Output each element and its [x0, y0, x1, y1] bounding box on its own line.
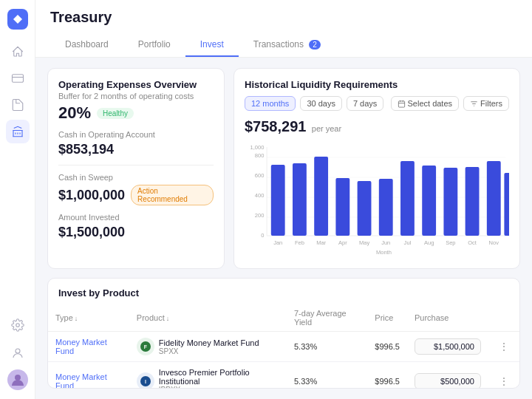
svg-text:Jan: Jan — [273, 239, 282, 246]
page-title: Treasury — [50, 9, 517, 26]
sidebar-item-cards[interactable] — [6, 66, 30, 90]
liquidity-title: Historical Liquidity Requirements — [245, 79, 509, 90]
row1-yield: 5.33% — [287, 332, 367, 362]
tab-invest[interactable]: Invest — [185, 33, 239, 57]
col-yield: 7-day Average Yield — [287, 304, 367, 332]
bar-sep — [443, 168, 457, 236]
svg-point-3 — [15, 375, 21, 381]
row1-product: F Fidelity Money Market Fund SPXX — [129, 332, 287, 362]
row1-type-link[interactable]: Money Market Fund — [55, 338, 107, 355]
row1-menu-icon[interactable]: ⋮ — [496, 341, 512, 352]
filters-button[interactable]: Filters — [463, 96, 509, 111]
cash-account-label: Cash in Operating Account — [58, 130, 214, 139]
table-row: Money Market Fund F Fidelity Money Marke… — [48, 332, 519, 362]
svg-rect-4 — [398, 100, 404, 106]
table-row: Money Market Fund I Invesco Premier Port… — [48, 362, 519, 389]
bar-jun — [379, 179, 393, 236]
operating-expenses-title: Operating Expenses Overview — [58, 79, 214, 90]
transactions-badge: 2 — [309, 40, 321, 50]
row2-menu-icon[interactable]: ⋮ — [496, 375, 512, 387]
svg-text:Jul: Jul — [404, 239, 412, 246]
row1-purchase-input[interactable] — [415, 338, 481, 355]
row1-product-ticker: SPXX — [159, 347, 259, 355]
svg-point-1 — [16, 324, 19, 327]
svg-text:Sep: Sep — [446, 239, 455, 246]
select-dates-label: Select dates — [408, 99, 453, 108]
tab-portfolio[interactable]: Portfolio — [123, 33, 185, 57]
svg-text:Jun: Jun — [381, 239, 390, 246]
invest-by-product-section: Invest by Product Type↓ Product↓ 7-day A… — [47, 278, 520, 389]
sweep-label: Cash in Sweep — [58, 173, 214, 182]
row2-product-ticker: IPPXX — [159, 386, 279, 389]
svg-text:Feb: Feb — [295, 239, 304, 246]
svg-text:Mar: Mar — [316, 239, 326, 246]
bar-jul — [400, 161, 415, 236]
table-header-row: Type↓ Product↓ 7-day Average Yield Price… — [48, 304, 519, 332]
bar-nov — [487, 161, 501, 236]
svg-text:Aug: Aug — [424, 239, 434, 246]
row2-product: I Invesco Premier Portfolio Institutiona… — [129, 362, 287, 389]
svg-text:400: 400 — [255, 192, 265, 199]
filter-30days[interactable]: 30 days — [300, 96, 342, 111]
top-row: Operating Expenses Overview Buffer for 2… — [47, 68, 520, 269]
bar-apr — [335, 178, 349, 236]
row2-type-link[interactable]: Money Market Fund — [55, 372, 107, 389]
row2-purchase — [407, 362, 488, 389]
tab-dashboard[interactable]: Dashboard — [50, 33, 123, 57]
tab-transactions[interactable]: Transactions 2 — [239, 33, 335, 57]
main-content: Treasury Dashboard Portfolio Invest Tran… — [35, 0, 532, 399]
sidebar-item-treasury[interactable] — [6, 120, 30, 143]
sweep-value: $1,000,000 — [58, 188, 125, 203]
bar-dec — [504, 173, 509, 236]
sidebar-item-docs[interactable] — [6, 93, 30, 117]
sidebar-item-gear[interactable] — [6, 341, 30, 365]
svg-text:Oct: Oct — [468, 239, 477, 246]
liquidity-amount-row: $758,291 per year — [245, 118, 509, 135]
svg-text:200: 200 — [255, 212, 265, 219]
filter-7days[interactable]: 7 days — [347, 96, 383, 111]
row2-type: Money Market Fund — [48, 362, 129, 389]
row1-purchase — [407, 332, 488, 362]
col-product: Product↓ — [129, 304, 287, 332]
bar-aug — [422, 166, 436, 236]
col-actions — [488, 304, 519, 332]
sidebar-item-settings[interactable] — [6, 313, 30, 337]
col-price: Price — [367, 304, 407, 332]
row1-product-icon: F — [137, 338, 154, 355]
row1-menu: ⋮ — [488, 332, 519, 362]
page-header: Treasury Dashboard Portfolio Invest Tran… — [35, 0, 532, 58]
tab-bar: Dashboard Portfolio Invest Transactions … — [50, 33, 517, 57]
bar-mar — [314, 157, 328, 236]
avatar[interactable] — [7, 369, 28, 390]
filter-right-group: Select dates Filters — [391, 96, 510, 111]
svg-text:1,000: 1,000 — [250, 144, 265, 151]
row1-price: $996.5 — [367, 332, 407, 362]
svg-text:May: May — [359, 239, 369, 246]
invest-table-title: Invest by Product — [48, 279, 519, 304]
svg-text:800: 800 — [255, 152, 265, 159]
app-logo — [7, 9, 28, 30]
svg-text:Nov: Nov — [489, 239, 499, 246]
row1-product-name: Fidelity Money Market Fund — [159, 338, 259, 347]
invested-value: $1,500,000 — [58, 225, 214, 240]
bar-oct — [466, 167, 480, 236]
filter-12months[interactable]: 12 months — [245, 96, 296, 111]
row2-yield: 5.33% — [287, 362, 367, 389]
row2-price: $996.5 — [367, 362, 407, 389]
liquidity-period: per year — [312, 124, 341, 133]
healthy-badge: Healthy — [97, 108, 134, 119]
col-purchase: Purchase — [407, 304, 488, 332]
liquidity-card: Historical Liquidity Requirements 12 mon… — [233, 68, 520, 269]
svg-text:600: 600 — [255, 172, 265, 179]
bar-jan — [271, 165, 285, 236]
sidebar-item-home[interactable] — [6, 40, 30, 64]
select-dates-button[interactable]: Select dates — [391, 96, 460, 111]
filter-row: 12 months 30 days 7 days Select dates Fi… — [245, 96, 509, 111]
operating-expenses-card: Operating Expenses Overview Buffer for 2… — [47, 68, 225, 269]
sidebar — [0, 0, 35, 399]
bar-feb — [293, 163, 307, 236]
row2-purchase-input[interactable] — [415, 373, 481, 389]
row2-product-name: Invesco Premier Portfolio Institutional — [159, 368, 279, 386]
svg-text:Apr: Apr — [338, 239, 347, 246]
content-area: Operating Expenses Overview Buffer for 2… — [35, 58, 532, 399]
